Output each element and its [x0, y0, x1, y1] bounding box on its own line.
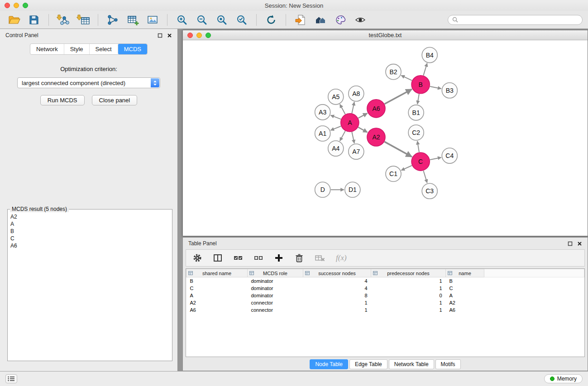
mcds-result-item[interactable]: B [10, 228, 169, 235]
table-row[interactable]: A6connector11A6 [186, 306, 584, 314]
close-network-window-button[interactable] [187, 33, 193, 38]
visual-properties-button[interactable] [332, 13, 349, 27]
column-header-predecessor-nodes[interactable]: predecessor nodes [371, 269, 446, 277]
delete-table-icon[interactable] [315, 253, 325, 263]
node-A2[interactable]: A2 [367, 128, 385, 146]
zoom-selected-button[interactable] [233, 13, 250, 27]
node-A7[interactable]: A7 [349, 144, 364, 159]
edge-B-B1[interactable] [417, 94, 419, 104]
show-graphics-details-button[interactable] [312, 13, 329, 27]
edge-A-A2[interactable] [358, 127, 367, 132]
tab-edge-table[interactable]: Edge Table [349, 359, 387, 369]
zoom-window-button[interactable] [23, 3, 28, 8]
select-all-columns-icon[interactable] [233, 253, 243, 263]
apply-layout-button[interactable] [263, 13, 280, 27]
column-header-mcds-role[interactable]: MCDS role [248, 269, 303, 277]
node-A4[interactable]: A4 [328, 141, 344, 156]
table-cell[interactable]: 0 [371, 292, 446, 299]
float-panel-icon[interactable] [158, 33, 163, 38]
node-B[interactable]: B [411, 76, 430, 94]
table-cell[interactable]: A2 [446, 299, 484, 306]
table-row[interactable]: Cdominator41C [186, 285, 584, 292]
run-mcds-button[interactable]: Run MCDS [40, 95, 85, 105]
table-cell[interactable]: connector [248, 299, 303, 306]
zoom-out-button[interactable] [193, 13, 210, 27]
node-A3[interactable]: A3 [315, 105, 330, 120]
minimize-window-button[interactable] [14, 3, 19, 8]
add-column-plus-icon[interactable] [274, 253, 284, 263]
memory-button[interactable]: Memory [544, 374, 583, 383]
function-builder-button[interactable]: f(x) [336, 253, 347, 262]
node-A6[interactable]: A6 [367, 100, 385, 118]
edge-C-C4[interactable] [430, 157, 441, 160]
close-window-button[interactable] [5, 3, 10, 8]
minimize-network-window-button[interactable] [196, 33, 202, 38]
table-cell[interactable]: 4 [303, 277, 371, 285]
save-session-button[interactable] [25, 13, 43, 27]
node-D1[interactable]: D1 [345, 182, 360, 197]
edge-A6-B[interactable] [384, 89, 411, 104]
table-cell[interactable]: B [446, 277, 484, 285]
edge-A-A3[interactable] [330, 115, 341, 119]
table-cell[interactable]: B [186, 277, 248, 285]
show-hide-panels-button[interactable] [352, 13, 369, 27]
edge-A-A7[interactable] [352, 132, 354, 143]
table-cell[interactable]: 1 [371, 277, 446, 285]
table-cell[interactable]: A2 [186, 299, 248, 306]
tab-network-table[interactable]: Network Table [389, 359, 434, 369]
column-header-shared-name[interactable]: shared name [186, 269, 248, 277]
search-field[interactable] [448, 15, 583, 25]
node-B1[interactable]: B1 [408, 105, 424, 120]
column-header-successor-nodes[interactable]: successor nodes [303, 269, 371, 277]
network-window-titlebar[interactable]: testGlobe.txt [183, 30, 588, 40]
table-row[interactable]: Bdominator41B [186, 277, 584, 285]
node-A[interactable]: A [341, 114, 359, 132]
node-B2[interactable]: B2 [386, 64, 401, 80]
table-cell[interactable]: A [186, 292, 248, 299]
table-row[interactable]: Adominator80A [186, 292, 584, 299]
node-C3[interactable]: C3 [422, 183, 437, 199]
zoom-in-button[interactable] [173, 13, 191, 27]
mcds-result-item[interactable]: A2 [10, 213, 169, 220]
import-table-file-button[interactable] [75, 13, 92, 27]
import-network-file-button[interactable] [55, 13, 72, 27]
node-C[interactable]: C [411, 152, 430, 171]
tab-motifs[interactable]: Motifs [435, 359, 461, 369]
edge-C-C1[interactable] [401, 166, 412, 171]
criterion-dropdown[interactable]: largest connected component (directed) [17, 77, 160, 88]
table-cell[interactable]: 1 [371, 285, 446, 292]
table-cell[interactable]: dominator [248, 285, 303, 292]
node-A8[interactable]: A8 [349, 86, 364, 101]
tab-network[interactable]: Network [30, 44, 64, 54]
network-view[interactable]: B4B2BB3A5A8A6B1A3AC2A1A2A4A7C4CC1C3DD1 [183, 40, 588, 236]
table-cell[interactable]: connector [248, 306, 303, 314]
node-D[interactable]: D [315, 182, 330, 197]
zoom-fit-button[interactable] [213, 13, 230, 27]
edge-C-C2[interactable] [417, 141, 419, 152]
table-cell[interactable]: 4 [303, 285, 371, 292]
edge-B-B2[interactable] [401, 76, 412, 81]
node-B3[interactable]: B3 [442, 83, 457, 98]
table-cell[interactable]: A [446, 292, 484, 299]
table-cell[interactable]: 1 [303, 299, 371, 306]
table-cell[interactable]: 1 [371, 306, 446, 314]
new-network-button[interactable] [104, 13, 121, 27]
edge-A-A4[interactable] [340, 131, 345, 141]
table-cell[interactable]: 1 [371, 299, 446, 306]
tab-mcds[interactable]: MCDS [118, 44, 147, 54]
mcds-result-item[interactable]: A [10, 220, 169, 228]
node-A5[interactable]: A5 [328, 89, 344, 105]
table-cell[interactable]: dominator [248, 277, 303, 285]
table-cell[interactable]: A6 [186, 306, 248, 314]
mcds-result-item[interactable]: C [10, 235, 169, 242]
close-panel-button[interactable]: Close panel [92, 95, 138, 105]
table-cell[interactable]: C [446, 285, 484, 292]
tab-style[interactable]: Style [64, 44, 89, 54]
close-table-panel-icon[interactable] [577, 241, 582, 246]
tab-select[interactable]: Select [89, 44, 118, 54]
network-canvas[interactable]: B4B2BB3A5A8A6B1A3AC2A1A2A4A7C4CC1C3DD1 [183, 40, 588, 236]
delete-column-trash-icon[interactable] [294, 253, 304, 263]
task-history-button[interactable] [5, 374, 17, 383]
edge-A-A5[interactable] [340, 105, 345, 114]
unselect-all-columns-icon[interactable] [253, 253, 263, 263]
